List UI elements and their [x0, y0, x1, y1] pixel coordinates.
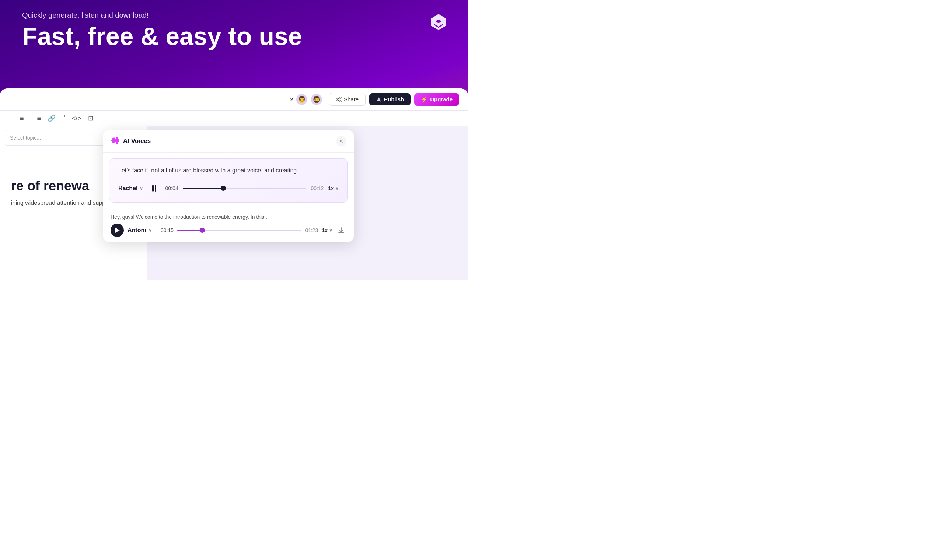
numbered-list-icon[interactable]: ⋮≡	[31, 114, 41, 122]
voice-name: Rachel	[118, 185, 137, 192]
speed-chevron-icon: ∨	[336, 186, 339, 191]
logo	[428, 11, 450, 35]
time-total-2: 01:23	[305, 227, 318, 233]
ai-voices-title: AI Voices	[111, 137, 151, 146]
voice-chevron-icon: ∨	[140, 186, 143, 191]
download-icon-small[interactable]	[336, 225, 346, 235]
link-icon[interactable]: 🔗	[48, 114, 55, 122]
hero-section: Quickly generate, listen and download! F…	[22, 11, 302, 49]
share-icon	[336, 97, 342, 102]
waveform-icon	[111, 137, 119, 146]
progress-thumb	[221, 186, 226, 191]
editor-toolbar: ☰ ≡ ⋮≡ 🔗 " </> ⊡	[0, 111, 468, 126]
share-button[interactable]: Share	[329, 93, 366, 106]
audio-item: Hey, guys! Welcome to the introduction t…	[103, 209, 354, 242]
svg-rect-7	[114, 137, 115, 143]
player-controls: Rachel ∨ 00:04 00:12	[118, 182, 339, 195]
svg-rect-9	[117, 137, 117, 144]
time-total: 00:12	[311, 185, 323, 191]
svg-point-2	[340, 101, 341, 102]
publish-icon	[376, 97, 382, 102]
voice-chevron-icon-2: ∨	[148, 228, 152, 233]
close-button[interactable]: ×	[336, 136, 346, 146]
pause-button[interactable]	[148, 182, 161, 195]
speed-value: 1x	[328, 185, 334, 191]
play-icon	[115, 228, 120, 233]
bullet-icon[interactable]: ≡	[20, 115, 24, 122]
svg-point-0	[340, 97, 341, 98]
audio-item-controls: Antoni ∨ 00:15 01:23 1x ∨	[111, 224, 346, 237]
ai-voices-panel: AI Voices × Let's face it, not all of us…	[103, 130, 354, 242]
speed-chevron-2: ∨	[329, 228, 333, 233]
audio-item-text: Hey, guys! Welcome to the introduction t…	[111, 214, 346, 220]
progress-thumb-2	[200, 228, 205, 233]
svg-line-4	[337, 100, 340, 101]
avatar-1: 👨	[296, 93, 308, 106]
play-button[interactable]	[111, 224, 124, 237]
svg-rect-8	[115, 139, 116, 142]
upgrade-button[interactable]: ⚡ Upgrade	[414, 93, 459, 106]
hero-subtitle: Quickly generate, listen and download!	[22, 11, 302, 20]
progress-track[interactable]	[183, 188, 306, 189]
collab-count: 2	[290, 96, 293, 102]
voice-select[interactable]: Rachel ∨	[118, 185, 143, 192]
voice-name-2: Antoni	[128, 227, 146, 234]
progress-fill-2	[177, 229, 202, 231]
collab-area: 2 👨 🧔	[290, 93, 323, 106]
quote-icon[interactable]: "	[62, 114, 65, 123]
toolbar: 2 👨 🧔 Share Publish ⚡ Upgrade	[0, 88, 468, 111]
pause-icon	[152, 185, 156, 192]
publish-button[interactable]: Publish	[369, 93, 411, 105]
time-current: 00:04	[165, 185, 178, 191]
lightning-icon: ⚡	[421, 96, 428, 103]
speed-value-2: 1x	[322, 227, 328, 233]
svg-line-3	[337, 98, 340, 99]
speed-control-2[interactable]: 1x ∨	[322, 227, 333, 233]
hero-title: Fast, free & easy to use	[22, 23, 302, 49]
app-window: 2 👨 🧔 Share Publish ⚡ Upgrade ☰	[0, 88, 468, 280]
avatar-2: 🧔	[310, 93, 323, 106]
svg-rect-5	[111, 140, 112, 141]
svg-point-1	[336, 99, 337, 100]
main-content: Select topic... ∨ re of renewa ining wid…	[0, 126, 468, 280]
player-card: Let's face it, not all of us are blessed…	[109, 158, 348, 203]
code-icon[interactable]: </>	[72, 115, 82, 122]
progress-track-2[interactable]	[177, 229, 302, 231]
ai-voices-header: AI Voices ×	[103, 130, 354, 152]
topic-selector[interactable]: Select topic... ∨	[4, 130, 114, 146]
image-icon[interactable]: ⊡	[88, 114, 94, 122]
topic-selector-value: Select topic...	[10, 135, 41, 141]
time-current-2: 00:15	[161, 227, 174, 233]
svg-rect-6	[112, 138, 113, 143]
svg-rect-10	[118, 138, 119, 142]
list-icon[interactable]: ☰	[8, 114, 13, 122]
speed-control[interactable]: 1x ∨	[328, 185, 339, 191]
voice-select-2[interactable]: Antoni ∨	[128, 227, 157, 234]
progress-fill	[183, 188, 224, 189]
player-text: Let's face it, not all of us are blessed…	[118, 166, 339, 175]
